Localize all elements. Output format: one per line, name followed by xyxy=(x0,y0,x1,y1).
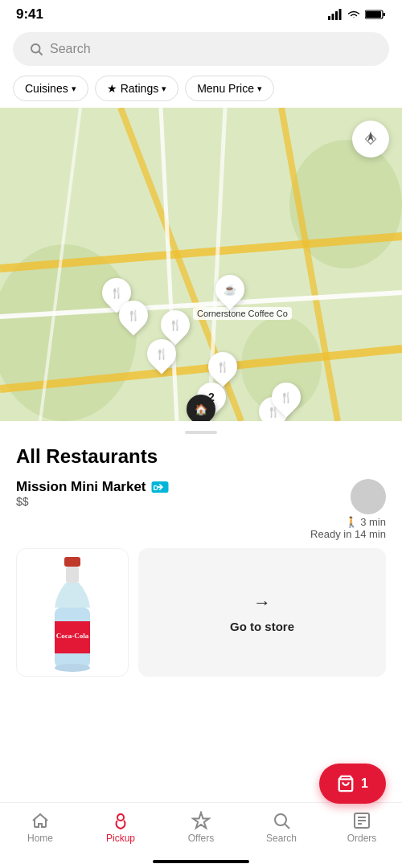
coffee-icon: ☕ xyxy=(224,284,236,296)
home-indicator xyxy=(153,860,249,863)
status-time: 9:41 xyxy=(16,6,43,23)
go-to-store-label: Go to store xyxy=(230,620,294,633)
arrow-icon: → xyxy=(253,592,271,613)
svg-point-11 xyxy=(289,140,402,268)
map-roads xyxy=(0,108,402,421)
svg-line-14 xyxy=(0,349,402,389)
offers-nav-label: Offers xyxy=(188,833,214,844)
svg-line-13 xyxy=(0,236,402,268)
search-nav-icon xyxy=(272,811,291,830)
map[interactable]: Cornerstone Coffee Co 🍴 🍴 🍴 🍴 🍴 ☕ 2 🏠 🛒 … xyxy=(0,108,402,421)
svg-rect-1 xyxy=(332,14,334,20)
distance-info: 🚶 3 min Ready in 14 min xyxy=(310,516,386,540)
price-level: $$ xyxy=(16,495,29,508)
svg-text:Coca-Cola: Coca-Cola xyxy=(56,632,89,640)
status-icons xyxy=(328,9,386,20)
svg-point-32 xyxy=(117,814,124,821)
search-nav-label: Search xyxy=(266,833,297,844)
walk-time: 3 min xyxy=(360,516,386,528)
map-pin-coffee[interactable]: ☕ xyxy=(210,269,251,310)
restaurant-card: Mission Mini Market D $$ xyxy=(16,479,386,677)
cuisines-filter[interactable]: Cuisines ▾ xyxy=(13,76,88,101)
nav-item-home[interactable]: Home xyxy=(16,811,64,844)
home-nav-label: Home xyxy=(27,833,53,844)
orders-nav-icon xyxy=(352,811,371,830)
food-icon: 🍴 xyxy=(216,361,229,373)
svg-line-34 xyxy=(285,825,290,829)
cart-button[interactable]: 1 xyxy=(319,764,386,804)
map-pin-food[interactable]: 🍴 xyxy=(203,346,244,387)
coca-cola-bottle: Coca-Cola xyxy=(40,555,105,676)
menu-price-chevron-icon: ▾ xyxy=(257,84,262,94)
search-icon xyxy=(29,42,43,56)
battery-icon xyxy=(365,9,386,20)
svg-point-30 xyxy=(55,664,90,672)
dashpass-icon: D xyxy=(151,481,169,493)
nav-item-offers[interactable]: Offers xyxy=(177,811,225,844)
menu-price-label: Menu Price xyxy=(197,82,254,95)
cornerstone-label: Cornerstone Coffee Co xyxy=(193,307,292,320)
svg-line-16 xyxy=(281,108,338,421)
svg-line-8 xyxy=(39,51,42,55)
restaurant-meta: $$ xyxy=(16,495,169,508)
cuisines-label: Cuisines xyxy=(25,82,68,95)
svg-rect-2 xyxy=(335,11,338,20)
orders-nav-label: Orders xyxy=(347,833,377,844)
svg-rect-3 xyxy=(339,9,342,20)
svg-line-21 xyxy=(40,108,80,421)
offers-nav-icon xyxy=(191,811,211,830)
svg-line-18 xyxy=(161,108,177,421)
cart-icon xyxy=(337,775,355,792)
filter-row: Cuisines ▾ ★ Ratings ▾ Menu Price ▾ xyxy=(0,72,402,108)
product-row: Coca-Cola → Go to store xyxy=(16,548,386,677)
avatar xyxy=(351,479,386,514)
ratings-label: Ratings xyxy=(121,82,158,95)
home-icon: 🏠 xyxy=(195,403,207,416)
ratings-chevron-icon: ▾ xyxy=(162,84,166,94)
compass-icon xyxy=(362,130,379,148)
wifi-icon xyxy=(347,9,361,20)
food-icon: 🍴 xyxy=(280,391,293,403)
food-icon: 🍴 xyxy=(155,348,168,360)
pickup-nav-label: Pickup xyxy=(106,833,135,844)
bottom-nav: Home Pickup Offers Search Orders xyxy=(0,802,402,868)
cuisines-chevron-icon: ▾ xyxy=(72,84,76,94)
restaurant-header: Mission Mini Market D $$ xyxy=(16,479,386,540)
svg-rect-26 xyxy=(66,567,79,583)
svg-rect-5 xyxy=(366,11,381,18)
nav-item-pickup[interactable]: Pickup xyxy=(96,811,145,844)
svg-point-10 xyxy=(0,244,137,421)
product-image: Coca-Cola xyxy=(16,548,129,677)
food-icon: 🍴 xyxy=(110,287,123,299)
food-icon: 🍴 xyxy=(127,309,140,321)
pickup-nav-icon xyxy=(111,811,130,830)
search-bar[interactable]: Search xyxy=(13,32,389,66)
signal-icon xyxy=(328,9,343,20)
ready-time: Ready in 14 min xyxy=(310,528,386,540)
sheet-handle xyxy=(185,431,217,434)
search-placeholder: Search xyxy=(50,42,91,56)
go-to-store-card[interactable]: → Go to store xyxy=(138,548,386,677)
star-icon: ★ xyxy=(107,82,117,95)
compass-button[interactable] xyxy=(352,121,389,158)
cart-count: 1 xyxy=(361,776,368,791)
home-nav-icon xyxy=(31,811,50,830)
ratings-filter[interactable]: ★ Ratings ▾ xyxy=(95,76,178,101)
nav-item-orders[interactable]: Orders xyxy=(338,811,386,844)
section-title: All Restaurants xyxy=(16,445,386,468)
restaurant-name: Mission Mini Market D xyxy=(16,479,169,495)
svg-rect-25 xyxy=(64,557,80,567)
svg-rect-0 xyxy=(328,16,330,20)
nav-item-search[interactable]: Search xyxy=(257,811,306,844)
menu-price-filter[interactable]: Menu Price ▾ xyxy=(185,76,274,101)
svg-point-7 xyxy=(31,44,40,53)
status-bar: 9:41 xyxy=(0,0,402,26)
svg-rect-9 xyxy=(0,108,402,421)
svg-point-33 xyxy=(275,814,286,825)
search-bar-container: Search xyxy=(0,26,402,72)
food-icon: 🍴 xyxy=(169,319,182,331)
walk-icon: 🚶 xyxy=(345,516,358,528)
bottom-sheet: All Restaurants Mission Mini Market D xyxy=(0,421,402,677)
svg-rect-6 xyxy=(384,13,386,16)
